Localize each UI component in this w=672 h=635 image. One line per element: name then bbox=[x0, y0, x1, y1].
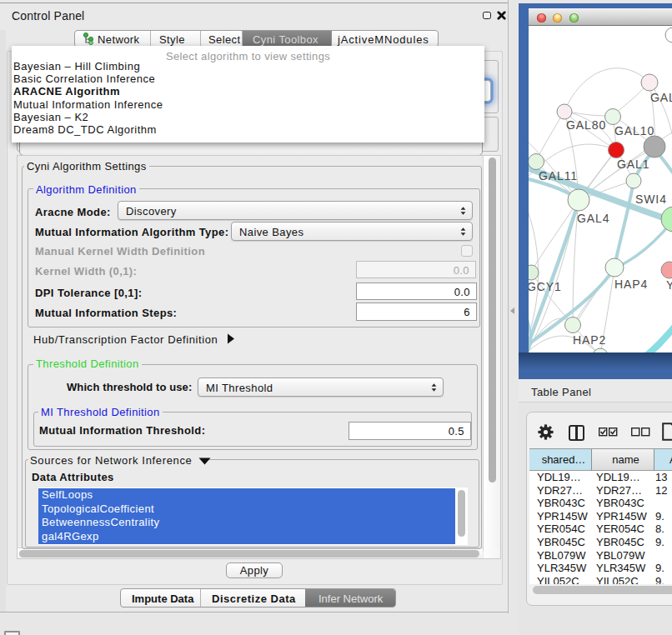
svg-text:GAL1: GAL1 bbox=[617, 158, 649, 171]
svg-text:GAL4: GAL4 bbox=[577, 212, 609, 225]
svg-text:HAP4: HAP4 bbox=[614, 278, 648, 291]
svg-text:GCY1: GCY1 bbox=[529, 280, 562, 293]
svg-text:GAL80: GAL80 bbox=[566, 118, 606, 132]
svg-text:HAP2: HAP2 bbox=[573, 333, 606, 347]
svg-text:GAL7: GAL7 bbox=[650, 91, 672, 104]
svg-text:GAL11: GAL11 bbox=[539, 169, 578, 182]
svg-text:SWI4: SWI4 bbox=[635, 192, 667, 206]
svg-text:GAL10: GAL10 bbox=[614, 124, 654, 138]
svg-text:Y: Y bbox=[666, 278, 672, 292]
